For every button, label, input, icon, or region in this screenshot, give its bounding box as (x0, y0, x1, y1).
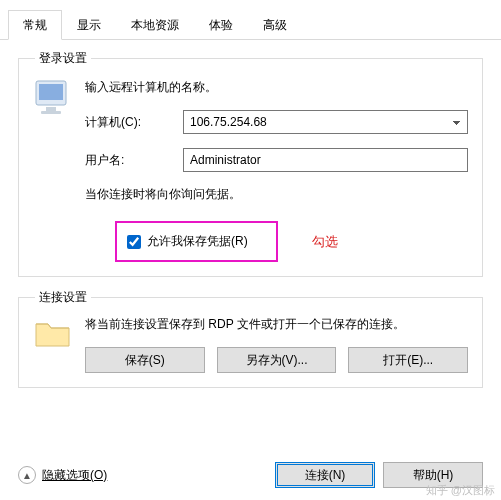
svg-rect-2 (46, 107, 56, 111)
login-note: 当你连接时将向你询问凭据。 (85, 186, 468, 203)
annotation-check: 勾选 (312, 233, 338, 251)
tab-local[interactable]: 本地资源 (116, 10, 194, 40)
save-credentials-input[interactable] (127, 235, 141, 249)
folder-icon (33, 316, 85, 373)
login-settings-group: 登录设置 输入远程计算机的名称。 计算机(C): 106.75.254.68 (18, 50, 483, 277)
save-credentials-label: 允许我保存凭据(R) (147, 233, 248, 250)
login-legend: 登录设置 (35, 50, 91, 67)
hide-options-label: 隐藏选项(O) (42, 467, 107, 484)
user-label: 用户名: (85, 152, 177, 169)
tab-adv[interactable]: 高级 (248, 10, 302, 40)
saveas-button[interactable]: 另存为(V)... (217, 347, 337, 373)
tab-general[interactable]: 常规 (8, 10, 62, 40)
computer-select[interactable]: 106.75.254.68 (183, 110, 468, 134)
open-button[interactable]: 打开(E)... (348, 347, 468, 373)
svg-rect-1 (39, 84, 63, 100)
computer-label: 计算机(C): (85, 114, 177, 131)
tab-exp[interactable]: 体验 (194, 10, 248, 40)
conn-intro: 将当前连接设置保存到 RDP 文件或打开一个已保存的连接。 (85, 316, 468, 333)
conn-legend: 连接设置 (35, 289, 91, 306)
svg-rect-3 (41, 111, 61, 114)
save-credentials-checkbox[interactable]: 允许我保存凭据(R) (115, 221, 278, 262)
chevron-up-icon: ▲ (18, 466, 36, 484)
tab-bar: 常规 显示 本地资源 体验 高级 (0, 10, 501, 40)
user-value: Administrator (183, 148, 468, 172)
save-button[interactable]: 保存(S) (85, 347, 205, 373)
login-intro: 输入远程计算机的名称。 (85, 79, 468, 96)
connect-button[interactable]: 连接(N) (275, 462, 375, 488)
help-button[interactable]: 帮助(H) (383, 462, 483, 488)
tab-display[interactable]: 显示 (62, 10, 116, 40)
hide-options-toggle[interactable]: ▲ 隐藏选项(O) (18, 466, 107, 484)
computer-icon (33, 77, 85, 262)
connection-settings-group: 连接设置 将当前连接设置保存到 RDP 文件或打开一个已保存的连接。 保存(S)… (18, 289, 483, 388)
